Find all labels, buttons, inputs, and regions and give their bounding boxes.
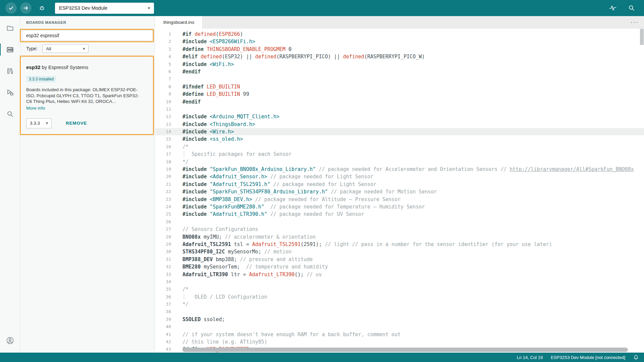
horizontal-scrollbar[interactable] bbox=[182, 348, 628, 352]
code-text: // Sensors Configurations bbox=[182, 226, 644, 233]
line-number: 2 bbox=[155, 38, 182, 45]
code-line[interactable]: 12#include <Arduino_MQTT_Client.h> bbox=[155, 113, 644, 120]
code-line[interactable]: 19#include "SparkFun_BNO08x_Arduino_Libr… bbox=[155, 166, 644, 173]
code-line[interactable]: 16/* bbox=[155, 143, 644, 150]
editor-area: thingsboard.ino ··· 1#if defined(ESP8266… bbox=[155, 16, 644, 353]
code-text: #include <Arduino_MQTT_Client.h> bbox=[182, 113, 644, 120]
code-line[interactable]: 5#include <WiFi.h> bbox=[155, 61, 644, 68]
code-line[interactable]: 20#include <Adafruit_Sensor.h> // packag… bbox=[155, 173, 644, 180]
code-line[interactable]: 32BME280 mySensorTem; // temperature and… bbox=[155, 263, 644, 270]
type-dropdown[interactable]: All ▼ bbox=[42, 44, 89, 53]
sidebar-item-debug[interactable] bbox=[0, 82, 20, 103]
code-line[interactable]: 40 bbox=[155, 323, 644, 330]
sidebar-item-library-manager[interactable] bbox=[0, 60, 20, 82]
line-number: 16 bbox=[155, 143, 182, 150]
code-text: Adafruit_TSL2591 tsl = Adafruit_TSL2591(… bbox=[182, 241, 644, 248]
line-number: 21 bbox=[155, 181, 182, 188]
cursor-position[interactable]: Ln 14, Col 19 bbox=[517, 355, 543, 360]
code-line[interactable]: 39SSOLED ssoled; bbox=[155, 316, 644, 323]
code-line[interactable]: 31BMP388_DEV bmp388; // pressure and alt… bbox=[155, 256, 644, 263]
code-line[interactable]: 15#include <ss_oled.h> bbox=[155, 135, 644, 143]
serial-plotter-button[interactable] bbox=[607, 2, 619, 14]
verify-button[interactable] bbox=[5, 2, 17, 14]
line-number: 20 bbox=[155, 173, 182, 180]
line-number: 34 bbox=[155, 278, 182, 286]
code-line[interactable]: 18*/ bbox=[155, 158, 644, 166]
code-line[interactable]: 25#include "Adafruit_LTR390.h" // packag… bbox=[155, 210, 644, 218]
board-connection-status[interactable]: ESP32S3 Dev Module [not connected] bbox=[551, 355, 625, 360]
code-line[interactable]: 21#include "Adafruit_TSL2591.h" // packa… bbox=[155, 181, 644, 188]
line-number: 8 bbox=[155, 83, 182, 90]
code-line[interactable]: 33Adafruit_LTR390 ltr = Adafruit_LTR390(… bbox=[155, 271, 644, 278]
serial-monitor-button[interactable] bbox=[626, 2, 637, 14]
code-text: BMP388_DEV bmp388; // pressure and altit… bbox=[182, 256, 644, 263]
code-line[interactable]: 10#endif bbox=[155, 98, 644, 106]
debug-button[interactable] bbox=[36, 2, 48, 14]
code-text bbox=[182, 278, 644, 286]
arduino-ide-window: ESP32S3 Dev Module ▾ bbox=[0, 0, 644, 362]
code-line[interactable]: 1#if defined(ESP8266) bbox=[155, 31, 644, 38]
arrow-right-icon bbox=[23, 5, 29, 11]
boards-search-input[interactable] bbox=[22, 30, 153, 41]
more-info-link[interactable]: More info bbox=[26, 106, 45, 111]
code-line[interactable]: 29Adafruit_TSL2591 tsl = Adafruit_TSL259… bbox=[155, 241, 644, 248]
code-line[interactable]: 2#include <ESP8266WiFi.h> bbox=[155, 38, 644, 45]
code-text: // if your system doesn't have enough RA… bbox=[182, 331, 644, 338]
code-line[interactable]: 27// Sensors Configurations bbox=[155, 226, 644, 233]
code-line[interactable]: 9#define LED_BUILTIN 99 bbox=[155, 90, 644, 98]
vertical-scrollbar[interactable] bbox=[640, 29, 644, 45]
sidebar-item-search[interactable] bbox=[0, 103, 20, 125]
code-line[interactable]: 7 bbox=[155, 75, 644, 83]
upload-button[interactable] bbox=[20, 2, 32, 14]
line-number: 37 bbox=[155, 301, 182, 308]
code-line[interactable]: 4#elif defined(ESP32) || defined(RASPBER… bbox=[155, 53, 644, 60]
code-line[interactable]: 13#include <ThingsBoard.h> bbox=[155, 121, 644, 128]
code-line[interactable]: 17│ Specific packages for each Sensor bbox=[155, 150, 644, 158]
code-text: SSOLED ssoled; bbox=[182, 316, 644, 323]
code-line[interactable]: 26 bbox=[155, 218, 644, 226]
code-text: STHS34PF80_I2C mySensorMo; // motion bbox=[182, 248, 644, 255]
board-selector-dropdown[interactable]: ESP32S3 Dev Module ▾ bbox=[55, 3, 154, 14]
code-line[interactable]: 24#include "SparkFunBME280.h" // package… bbox=[155, 203, 644, 210]
code-line[interactable]: 35/* bbox=[155, 286, 644, 293]
version-dropdown-value: 3.3.3 bbox=[30, 121, 40, 126]
magnifier-icon bbox=[628, 5, 635, 11]
line-number: 41 bbox=[155, 331, 182, 338]
code-line[interactable]: 23#include <BMP388_DEV.h> // package nee… bbox=[155, 196, 644, 203]
code-line[interactable]: 37*/ bbox=[155, 301, 644, 308]
code-line[interactable]: 41// if your system doesn't have enough … bbox=[155, 331, 644, 338]
editor-overflow-menu[interactable]: ··· bbox=[631, 19, 644, 25]
sidebar-item-sketchbook[interactable] bbox=[0, 17, 20, 39]
code-line[interactable]: 6#endif bbox=[155, 68, 644, 75]
remove-button[interactable]: REMOVE bbox=[66, 121, 87, 126]
code-line[interactable]: 38 bbox=[155, 308, 644, 315]
code-line[interactable]: 3#define THINGSBOARD_ENABLE_PROGMEM 0 bbox=[155, 46, 644, 53]
line-number: 3 bbox=[155, 46, 182, 53]
code-line[interactable]: 36│ OLED / LCD Configuration bbox=[155, 293, 644, 301]
bug-icon bbox=[39, 5, 45, 11]
line-number: 33 bbox=[155, 271, 182, 278]
line-number: 22 bbox=[155, 188, 182, 195]
notifications-bell-icon[interactable] bbox=[633, 355, 639, 360]
code-text: #include <WiFi.h> bbox=[182, 61, 644, 68]
tab-thingsboard-ino[interactable]: thingsboard.ino bbox=[155, 16, 203, 28]
account-button[interactable] bbox=[0, 330, 20, 351]
code-line[interactable]: 22#include "SparkFun_STHS34PF80_Arduino_… bbox=[155, 188, 644, 195]
code-line[interactable]: 8#ifndef LED_BUILTIN bbox=[155, 83, 644, 90]
line-number: 35 bbox=[155, 286, 182, 293]
code-line[interactable]: 14#include <Wire.h> bbox=[155, 128, 644, 135]
code-line[interactable]: 30STHS34PF80_I2C mySensorMo; // motion bbox=[155, 248, 644, 255]
code-text: #include <ESP8266WiFi.h> bbox=[182, 38, 644, 45]
sidebar-item-boards-manager[interactable] bbox=[0, 39, 20, 60]
code-line[interactable]: 34 bbox=[155, 278, 644, 286]
version-dropdown[interactable]: 3.3.3 ▼ bbox=[26, 118, 52, 128]
code-line[interactable]: 11 bbox=[155, 106, 644, 113]
line-number: 31 bbox=[155, 256, 182, 263]
code-editor[interactable]: 1#if defined(ESP8266)2#include <ESP8266W… bbox=[155, 28, 644, 353]
line-number: 28 bbox=[155, 233, 182, 241]
chevron-down-icon: ▼ bbox=[41, 121, 49, 125]
chevron-down-icon: ▾ bbox=[148, 6, 150, 10]
code-line[interactable]: 42// this line (e.g. ATtiny85) bbox=[155, 338, 644, 346]
code-text: BME280 mySensorTem; // temperature and h… bbox=[182, 263, 644, 270]
code-line[interactable]: 28BNO08x myIMU; // accelerometer & orien… bbox=[155, 233, 644, 241]
